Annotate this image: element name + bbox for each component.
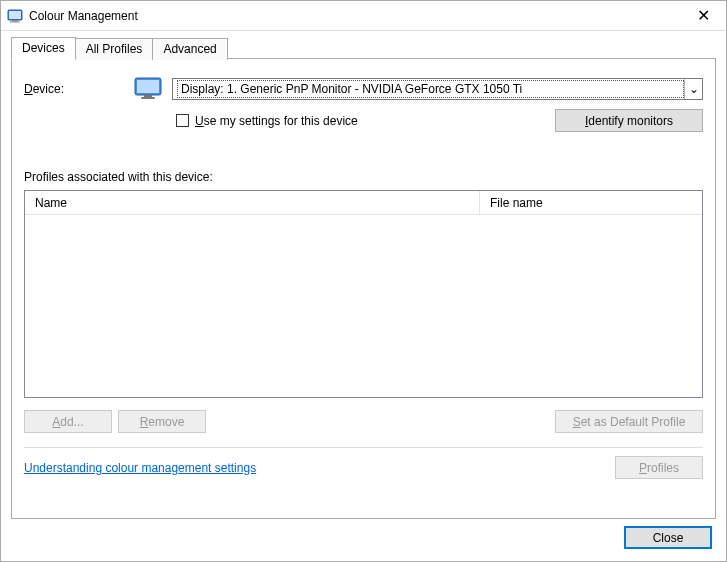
tab-devices[interactable]: Devices bbox=[11, 37, 76, 60]
color-management-icon bbox=[7, 8, 23, 24]
svg-rect-3 bbox=[10, 21, 20, 22]
dialog-buttons: Close bbox=[624, 526, 712, 549]
add-button: Add... bbox=[24, 410, 112, 433]
profiles-list-header: Name File name bbox=[25, 191, 702, 215]
device-dropdown-text: Display: 1. Generic PnP Monitor - NVIDIA… bbox=[177, 80, 684, 98]
monitor-icon bbox=[134, 77, 162, 101]
tab-all-profiles[interactable]: All Profiles bbox=[75, 38, 154, 60]
content-area: Devices All Profiles Advanced Device: Di… bbox=[1, 31, 726, 529]
devices-pane: Device: Display: 1. Generic PnP Monitor … bbox=[11, 59, 716, 519]
device-options-row: Use my settings for this device Identify… bbox=[24, 109, 703, 132]
profiles-button: Profiles bbox=[615, 456, 703, 479]
title-bar: Colour Management ✕ bbox=[1, 1, 726, 31]
tab-advanced[interactable]: Advanced bbox=[152, 38, 227, 60]
checkbox-icon bbox=[176, 114, 189, 127]
device-row: Device: Display: 1. Generic PnP Monitor … bbox=[24, 77, 703, 101]
svg-rect-2 bbox=[12, 20, 18, 22]
set-default-profile-button: Set as Default Profile bbox=[555, 410, 703, 433]
svg-rect-1 bbox=[9, 11, 21, 19]
chevron-down-icon: ⌄ bbox=[684, 79, 702, 99]
use-my-settings-checkbox[interactable]: Use my settings for this device bbox=[176, 114, 555, 128]
column-header-name[interactable]: Name bbox=[25, 191, 480, 214]
device-dropdown[interactable]: Display: 1. Generic PnP Monitor - NVIDIA… bbox=[172, 78, 703, 100]
footer-row: Understanding colour management settings… bbox=[24, 456, 703, 479]
use-my-settings-label: Use my settings for this device bbox=[195, 114, 358, 128]
svg-rect-5 bbox=[137, 80, 159, 93]
divider bbox=[24, 447, 703, 448]
close-button[interactable]: Close bbox=[624, 526, 712, 549]
identify-monitors-button[interactable]: Identify monitors bbox=[555, 109, 703, 132]
svg-rect-7 bbox=[141, 97, 155, 99]
tab-strip: Devices All Profiles Advanced bbox=[11, 37, 716, 59]
device-label: Device: bbox=[24, 82, 124, 96]
remove-button: Remove bbox=[118, 410, 206, 433]
window-close-button[interactable]: ✕ bbox=[681, 1, 726, 30]
profile-buttons-row: Add... Remove Set as Default Profile bbox=[24, 410, 703, 433]
column-header-file-name[interactable]: File name bbox=[480, 191, 702, 214]
svg-rect-6 bbox=[144, 95, 152, 97]
profiles-listbox[interactable]: Name File name bbox=[24, 190, 703, 398]
profiles-section-label: Profiles associated with this device: bbox=[24, 170, 703, 184]
window-title: Colour Management bbox=[29, 9, 681, 23]
understanding-link[interactable]: Understanding colour management settings bbox=[24, 461, 256, 475]
